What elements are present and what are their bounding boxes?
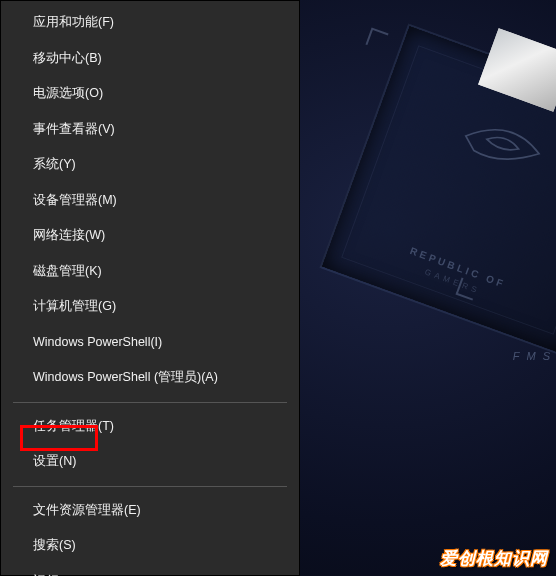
menu-item-label: 电源选项(O) bbox=[33, 86, 103, 100]
menu-item-label: 应用和功能(F) bbox=[33, 15, 114, 29]
menu-item-label: 设置(N) bbox=[33, 454, 76, 468]
frame-bracket bbox=[365, 27, 388, 50]
rog-logo-icon bbox=[452, 106, 554, 184]
watermark: 爱创根知识网 bbox=[440, 547, 548, 570]
menu-item-network-connections[interactable]: 网络连接(W) bbox=[1, 218, 299, 254]
menu-item-settings[interactable]: 设置(N) bbox=[1, 444, 299, 480]
menu-item-label: Windows PowerShell(I) bbox=[33, 335, 162, 349]
menu-item-system[interactable]: 系统(Y) bbox=[1, 147, 299, 183]
menu-item-task-manager[interactable]: 任务管理器(T) bbox=[1, 409, 299, 445]
winx-context-menu: 应用和功能(F)移动中心(B)电源选项(O)事件查看器(V)系统(Y)设备管理器… bbox=[0, 0, 300, 576]
menu-item-run[interactable]: 运行(R) bbox=[1, 564, 299, 577]
menu-item-label: 文件资源管理器(E) bbox=[33, 503, 141, 517]
menu-item-file-explorer[interactable]: 文件资源管理器(E) bbox=[1, 493, 299, 529]
menu-item-label: 移动中心(B) bbox=[33, 51, 102, 65]
menu-separator bbox=[13, 402, 287, 403]
menu-item-label: Windows PowerShell (管理员)(A) bbox=[33, 370, 218, 384]
menu-item-power-options[interactable]: 电源选项(O) bbox=[1, 76, 299, 112]
menu-item-event-viewer[interactable]: 事件查看器(V) bbox=[1, 112, 299, 148]
menu-item-label: 网络连接(W) bbox=[33, 228, 105, 242]
menu-item-mobility-center[interactable]: 移动中心(B) bbox=[1, 41, 299, 77]
menu-item-label: 事件查看器(V) bbox=[33, 122, 115, 136]
menu-item-disk-management[interactable]: 磁盘管理(K) bbox=[1, 254, 299, 290]
menu-item-label: 搜索(S) bbox=[33, 538, 76, 552]
menu-item-powershell-admin[interactable]: Windows PowerShell (管理员)(A) bbox=[1, 360, 299, 396]
menu-item-label: 系统(Y) bbox=[33, 157, 76, 171]
menu-item-computer-management[interactable]: 计算机管理(G) bbox=[1, 289, 299, 325]
menu-item-label: 计算机管理(G) bbox=[33, 299, 116, 313]
side-text: F M S bbox=[513, 350, 552, 362]
menu-item-label: 磁盘管理(K) bbox=[33, 264, 102, 278]
menu-item-label: 任务管理器(T) bbox=[33, 419, 114, 433]
menu-item-device-manager[interactable]: 设备管理器(M) bbox=[1, 183, 299, 219]
menu-item-apps-features[interactable]: 应用和功能(F) bbox=[1, 5, 299, 41]
brand-text-2: GAMERS bbox=[331, 234, 556, 330]
menu-item-powershell[interactable]: Windows PowerShell(I) bbox=[1, 325, 299, 361]
menu-item-label: 设备管理器(M) bbox=[33, 193, 117, 207]
menu-separator bbox=[13, 486, 287, 487]
menu-item-search[interactable]: 搜索(S) bbox=[1, 528, 299, 564]
